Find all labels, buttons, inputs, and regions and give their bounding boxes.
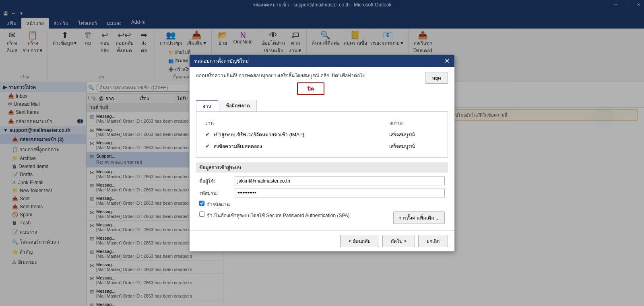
advanced-settings-button[interactable]: การตั้งค่าเพิ่มเติม ... [393, 212, 445, 224]
dialog-tab-errors[interactable]: ข้อผิดพลาด [219, 100, 257, 111]
dialog-body: หยุด ยอดเสร็จความยินดี! การทดสอบทุกอย่าง… [190, 67, 454, 230]
tasks-col-task: งาน [202, 117, 385, 128]
remember-checkbox[interactable] [199, 201, 204, 206]
dialog-footer: < ย้อนกลับ ถัดไป > ยกเลิก [190, 230, 454, 251]
back-button[interactable]: < ย้อนกลับ [340, 235, 379, 247]
task-label-imap: ✔ เข้าสู่ระบบเซิร์ฟเวอร์จัดหมายขาเข้า (I… [202, 129, 385, 140]
spa-row: จำเป็นต้องเข้าสู่ระบบโดยใช้ Secure Passw… [196, 210, 448, 226]
username-input[interactable] [235, 177, 445, 185]
dialog-tab-content: งาน สถานะ ✔ เข้าสู่ระบบเซิร์ฟเวอร์จัดหมา… [196, 112, 448, 158]
task-status-send: เสร็จสมบูรณ์ [386, 141, 442, 152]
task-check-send: ✔ [205, 143, 210, 149]
dialog-tab-tasks[interactable]: งาน [196, 100, 218, 111]
spa-label: จำเป็นต้องเข้าสู่ระบบโดยใช้ Secure Passw… [207, 212, 350, 219]
username-label: ชื่อผู้ใช้: [199, 177, 231, 185]
remember-label: จำรหัสผ่าน [207, 201, 230, 208]
dialog-success-text: ยอดเสร็จความยินดี! การทดสอบทุกอย่างเสร็จ… [196, 72, 416, 79]
task-row-send: ✔ ส่งข้อความอีเมลทดลอง เสร็จสมบูรณ์ [202, 141, 442, 152]
dialog-login-section: ข้อมูลการเข้าสู่ระบบ ชื่อผู้ใช้: รหัสผ่า… [196, 162, 448, 226]
dialog-title-close-button[interactable]: ✕ [444, 58, 450, 64]
password-input[interactable] [235, 189, 445, 197]
task-label-send: ✔ ส่งข้อความอีเมลทดลอง [202, 141, 385, 152]
dialog-tabs: งาน ข้อผิดพลาด [196, 100, 448, 112]
stop-button[interactable]: หยุด [425, 72, 448, 84]
remember-row: จำรหัสผ่าน [196, 199, 448, 210]
cancel-button[interactable]: ยกเลิก [418, 235, 448, 247]
dialog-overlay: ทดสอบการตั้งค่าบัญชีใหม่ ✕ หยุด ยอดเสร็จ… [0, 0, 644, 306]
dialog-account-test: ทดสอบการตั้งค่าบัญชีใหม่ ✕ หยุด ยอดเสร็จ… [189, 54, 455, 252]
login-section-title: ข้อมูลการเข้าสู่ระบบ [196, 162, 448, 173]
task-row-imap: ✔ เข้าสู่ระบบเซิร์ฟเวอร์จัดหมายขาเข้า (I… [202, 129, 442, 140]
spa-checkbox[interactable] [199, 212, 204, 217]
dialog-title-bar: ทดสอบการตั้งค่าบัญชีใหม่ ✕ [190, 55, 454, 67]
dialog-title: ทดสอบการตั้งค่าบัญชีใหม่ [194, 57, 249, 65]
next-button[interactable]: ถัดไป > [382, 235, 415, 247]
task-status-imap: เสร็จสมบูรณ์ [386, 129, 442, 140]
task-check-imap: ✔ [205, 131, 210, 138]
password-row: รหัสผ่าน: [196, 187, 448, 199]
tasks-col-status: สถานะ [386, 117, 442, 128]
password-label: รหัสผ่าน: [199, 189, 231, 197]
task-text-send: ส่งข้อความอีเมลทดลอง [214, 144, 262, 149]
username-row: ชื่อผู้ใช้: [196, 175, 448, 187]
task-text-imap: เข้าสู่ระบบเซิร์ฟเวอร์จัดหมายขาเข้า (IMA… [214, 132, 304, 138]
close-main-button[interactable]: ปิด [297, 82, 324, 95]
